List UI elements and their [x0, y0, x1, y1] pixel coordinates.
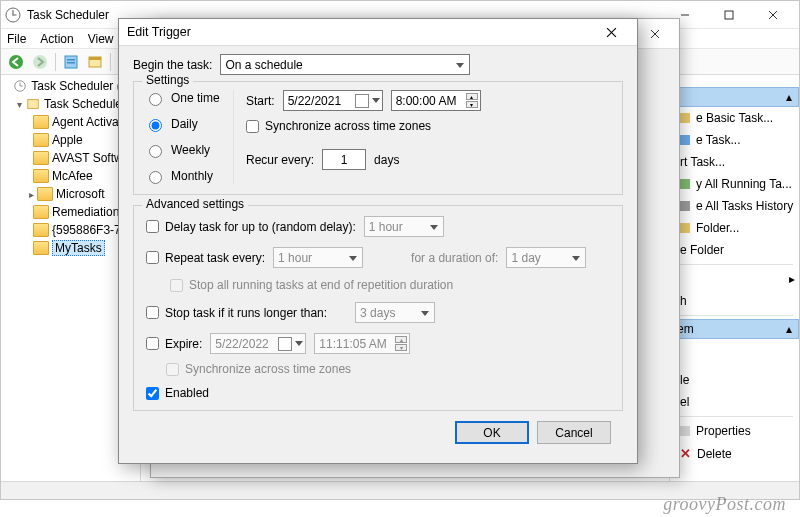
enabled-checkbox[interactable]: Enabled: [146, 386, 209, 400]
expire-date-picker[interactable]: 5/22/2022: [210, 333, 306, 354]
action-item[interactable]: y All Running Ta...: [670, 173, 799, 195]
dialog-titlebar: Edit Trigger: [119, 19, 637, 46]
toolbar-action-2[interactable]: [84, 51, 106, 73]
action-item[interactable]: Folder...: [670, 217, 799, 239]
back-dialog-close[interactable]: [637, 21, 673, 47]
stop-if-longer-checkbox[interactable]: Stop task if it runs longer than:: [146, 306, 327, 320]
menu-file[interactable]: File: [7, 32, 26, 46]
folder-icon: [33, 151, 49, 165]
clock-icon: [12, 79, 28, 93]
folder-icon: [33, 115, 49, 129]
radio-monthly[interactable]: Monthly: [144, 168, 225, 184]
folder-icon: [33, 169, 49, 183]
begin-task-label: Begin the task:: [133, 58, 212, 72]
folder-icon: [33, 205, 49, 219]
maximize-button[interactable]: [707, 1, 751, 29]
repeat-interval-select[interactable]: 1 hour: [273, 247, 363, 268]
stop-if-longer-select[interactable]: 3 days: [355, 302, 435, 323]
svg-point-8: [33, 55, 47, 69]
start-date-picker[interactable]: 5/22/2021: [283, 90, 383, 111]
folder-icon: [33, 241, 49, 255]
recur-label: Recur every:: [246, 153, 314, 167]
action-properties[interactable]: Properties: [670, 420, 799, 442]
toolbar-action-1[interactable]: [60, 51, 82, 73]
svg-rect-19: [28, 100, 39, 109]
expire-sync-checkbox: Synchronize across time zones: [166, 362, 351, 376]
expire-checkbox[interactable]: Expire:: [146, 337, 202, 351]
chevron-down-icon: [372, 98, 380, 103]
recur-unit: days: [374, 153, 399, 167]
settings-legend: Settings: [142, 73, 193, 87]
edit-trigger-dialog: Edit Trigger Begin the task: On a schedu…: [118, 18, 638, 464]
calendar-icon: [355, 94, 369, 108]
close-button[interactable]: [751, 1, 795, 29]
action-item[interactable]: e Folder: [670, 239, 799, 261]
chevron-up-icon[interactable]: ▴: [466, 93, 478, 100]
actions-selected-header: em▴: [670, 319, 799, 339]
folder-icon: [33, 223, 49, 237]
delete-icon: ✕: [680, 446, 691, 461]
dialog-close-button[interactable]: [593, 19, 629, 45]
advanced-settings-group: Advanced settings Delay task for up to (…: [133, 205, 623, 411]
svg-rect-4: [725, 11, 733, 19]
library-icon: [25, 97, 41, 111]
advanced-legend: Advanced settings: [142, 197, 248, 211]
chevron-down-icon: [295, 341, 303, 346]
schedule-radio-group: One time Daily Weekly Monthly: [144, 90, 234, 184]
app-title: Task Scheduler: [27, 8, 109, 22]
menu-action[interactable]: Action: [40, 32, 73, 46]
repeat-checkbox[interactable]: Repeat task every:: [146, 251, 265, 265]
menu-view[interactable]: View: [88, 32, 114, 46]
action-item[interactable]: e Basic Task...: [670, 107, 799, 129]
radio-weekly[interactable]: Weekly: [144, 142, 225, 158]
radio-daily[interactable]: Daily: [144, 116, 225, 132]
watermark: groovyPost.com: [663, 494, 786, 515]
start-time-spinner[interactable]: 8:00:00 AM ▴▾: [391, 90, 481, 111]
svg-rect-10: [67, 59, 75, 61]
delay-duration-select[interactable]: 1 hour: [364, 216, 444, 237]
repeat-duration-select[interactable]: 1 day: [506, 247, 586, 268]
repeat-duration-label: for a duration of:: [411, 251, 498, 265]
chevron-down-icon[interactable]: ▾: [466, 101, 478, 108]
stop-all-checkbox: Stop all running tasks at end of repetit…: [170, 278, 453, 292]
dialog-title: Edit Trigger: [127, 25, 593, 39]
nav-forward-button[interactable]: [29, 51, 51, 73]
collapse-icon[interactable]: ▴: [786, 90, 792, 104]
action-item[interactable]: ▸: [670, 268, 799, 290]
action-delete[interactable]: ✕Delete: [670, 442, 799, 465]
svg-rect-11: [67, 62, 75, 64]
action-item[interactable]: e Task...: [670, 129, 799, 151]
action-item[interactable]: el: [670, 391, 799, 413]
chevron-down-icon[interactable]: ▾: [395, 344, 407, 351]
action-item[interactable]: h: [670, 290, 799, 312]
dialog-footer: OK Cancel: [133, 411, 623, 456]
actions-pane: ▴ e Basic Task... e Task... rt Task... y…: [669, 75, 799, 481]
nav-back-button[interactable]: [5, 51, 27, 73]
ok-button[interactable]: OK: [455, 421, 529, 444]
folder-icon: [33, 133, 49, 147]
action-item[interactable]: le: [670, 369, 799, 391]
actions-header: ▴: [670, 87, 799, 107]
sync-timezones-checkbox[interactable]: Synchronize across time zones: [246, 119, 431, 133]
action-item[interactable]: rt Task...: [670, 151, 799, 173]
radio-one-time[interactable]: One time: [144, 90, 225, 106]
expire-time-spinner[interactable]: 11:11:05 AM ▴▾: [314, 333, 410, 354]
begin-task-select[interactable]: On a schedule: [220, 54, 470, 75]
chevron-up-icon[interactable]: ▴: [395, 336, 407, 343]
svg-point-7: [9, 55, 23, 69]
start-label: Start:: [246, 94, 275, 108]
action-item[interactable]: e All Tasks History: [670, 195, 799, 217]
delay-checkbox[interactable]: Delay task for up to (random delay):: [146, 220, 356, 234]
recur-days-input[interactable]: 1: [322, 149, 366, 170]
settings-group: Settings One time Daily Weekly Monthly: [133, 81, 623, 195]
calendar-icon: [278, 337, 292, 351]
folder-icon: [37, 187, 53, 201]
collapse-icon[interactable]: ▴: [786, 322, 792, 336]
svg-rect-13: [89, 57, 101, 60]
cancel-button[interactable]: Cancel: [537, 421, 611, 444]
app-icon: [5, 7, 21, 23]
